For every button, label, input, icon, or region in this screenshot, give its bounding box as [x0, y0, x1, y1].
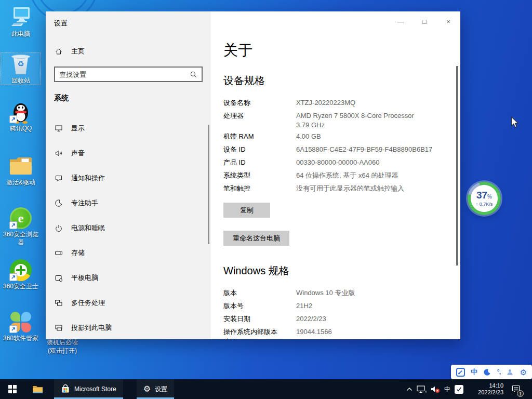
spec-row: 版本号 21H2 [223, 299, 355, 312]
shortcut-arrow-icon [9, 325, 17, 333]
sidebar-item-projecting[interactable]: 投影到此电脑 [46, 316, 211, 339]
recycle-bin-icon: ♻ [9, 53, 33, 76]
ime-logo-icon[interactable] [456, 368, 465, 377]
start-button[interactable] [0, 379, 25, 399]
project-screens-icon [55, 324, 63, 332]
360-safeguard-icon [9, 259, 33, 282]
upload-arrow-icon: ↑ [476, 202, 478, 207]
desktop-icon-360-software-manager[interactable]: 360软件管家 [1, 311, 41, 342]
settings-gear-icon: ⚙ [143, 385, 151, 393]
spec-row: 设备名称 XTZJ-20220223MQ [223, 96, 432, 109]
speaker-icon [55, 149, 63, 157]
close-button[interactable]: × [436, 11, 460, 31]
network-ethernet-icon[interactable] [417, 385, 427, 393]
sidebar-item-label: 存储 [71, 248, 85, 258]
search-icon[interactable] [190, 71, 197, 78]
clipped-spec-row: 体验 [223, 337, 237, 339]
ime-language-indicator[interactable]: 中 [444, 385, 450, 394]
comment-icon [55, 174, 63, 182]
desktop-icon-label: 回收站 [11, 77, 30, 85]
network-speed-ball[interactable]: 37% ↑ 0.7K/s [468, 182, 501, 215]
sidebar-item-label: 投影到此电脑 [71, 323, 112, 332]
rename-pc-button[interactable]: 重命名这台电脑 [223, 231, 289, 246]
desktop-icon-qq[interactable]: 腾讯QQ [1, 101, 41, 132]
sidebar-item-notifications[interactable]: 通知和操作 [46, 167, 211, 190]
shortcut-arrow-icon [9, 221, 17, 229]
taskbar-button-label: Microsoft Store [74, 385, 116, 393]
qq-icon [9, 101, 33, 124]
search-box[interactable] [54, 66, 203, 82]
ime-user-icon[interactable] [506, 368, 514, 376]
sidebar-scrollbar[interactable] [208, 125, 209, 244]
spec-row: 系统类型 64 位操作系统, 基于 x64 的处理器 [223, 169, 432, 182]
spec-row: 操作系统内部版本 19044.1566 [223, 325, 355, 338]
spec-row: 笔和触控 没有可用于此显示器的笔或触控输入 [223, 182, 432, 195]
desktop-icon-label: 360软件管家 [3, 335, 38, 342]
ime-mode-chinese[interactable]: 中 [471, 367, 477, 377]
this-pc-icon [9, 6, 33, 29]
ime-settings-gear-icon[interactable]: ⚙ [520, 368, 527, 376]
clock-time: 14:10 [469, 382, 503, 389]
sidebar-item-multitasking[interactable]: 多任务处理 [46, 291, 211, 314]
spec-row: 版本 Windows 10 专业版 [223, 286, 355, 299]
desktop-icon-label: 激活&驱动 [6, 179, 35, 187]
sidebar-item-display[interactable]: 显示 [46, 117, 211, 140]
taskbar-button-label: 设置 [155, 385, 167, 394]
mouse-cursor [511, 116, 519, 128]
home-icon [55, 47, 63, 56]
sidebar-item-label: 电源和睡眠 [71, 223, 105, 233]
taskbar-button-microsoft-store[interactable]: Microsoft Store [54, 379, 123, 399]
desktop-icon-360-safeguard[interactable]: 360安全卫士 [1, 259, 41, 290]
sidebar-section-title: 系统 [54, 94, 69, 103]
multitask-icon [55, 299, 63, 307]
percent-sign: % [487, 194, 492, 200]
360-tray-icon[interactable] [455, 385, 463, 394]
settings-sidebar: 设置 主页 系统 显示 [46, 11, 211, 339]
ime-punctuation-icon[interactable]: °, [497, 368, 500, 376]
ime-fullwidth-moon-icon[interactable] [483, 368, 491, 376]
page-title: 关于 [223, 41, 252, 60]
copy-button[interactable]: 复制 [223, 203, 270, 218]
search-input[interactable] [55, 71, 190, 78]
drive-icon [55, 249, 63, 257]
desktop-icon-this-pc[interactable]: 此电脑 [1, 6, 41, 38]
system-tray: 中 14:10 2022/2/23 1 [406, 379, 532, 399]
360-browser-icon: e [9, 207, 33, 230]
sidebar-home-label: 主页 [71, 47, 85, 56]
folder-icon [32, 385, 43, 394]
sidebar-item-label: 声音 [71, 149, 85, 158]
tablet-icon [55, 274, 63, 282]
taskbar-clock[interactable]: 14:10 2022/2/23 [469, 382, 503, 396]
ime-toolbar: 中 °, ⚙ [451, 365, 532, 379]
desktop-icon-label: 360安全浏览器 [1, 231, 41, 246]
desktop-icon-recycle-bin[interactable]: ♻ 回收站 [1, 53, 41, 85]
action-center-button[interactable]: 1 [509, 379, 524, 399]
desktop-icon-360-browser[interactable]: e 360安全浏览器 [1, 207, 41, 246]
minimize-button[interactable]: — [389, 11, 413, 31]
display-icon [55, 124, 63, 132]
sidebar-item-label: 显示 [71, 124, 85, 133]
sidebar-item-power-sleep[interactable]: 电源和睡眠 [46, 217, 211, 240]
maximize-button[interactable]: □ [413, 11, 436, 31]
file-explorer-button[interactable] [25, 379, 50, 399]
spec-row: 设备 ID 6A15880F-C4E2-47F9-BF59-F4B8890B6B… [223, 143, 432, 156]
volume-muted-icon[interactable] [431, 385, 440, 393]
desktop-icon-readme-label[interactable]: 装机后必读(双击打开) [44, 338, 81, 355]
desktop-icon-activation-driver[interactable]: 激活&驱动 [1, 155, 41, 187]
sidebar-item-tablet[interactable]: 平板电脑 [46, 267, 211, 289]
sidebar-item-home[interactable]: 主页 [55, 44, 85, 59]
memory-percent: 37 [476, 190, 487, 201]
sidebar-item-sound[interactable]: 声音 [46, 142, 211, 165]
shortcut-arrow-icon [9, 115, 17, 123]
sidebar-item-label: 平板电脑 [71, 273, 98, 283]
sidebar-item-storage[interactable]: 存储 [46, 242, 211, 264]
taskbar-button-settings[interactable]: ⚙ 设置 [137, 379, 174, 399]
device-spec-rows: 设备名称 XTZJ-20220223MQ 处理器 AMD Ryzen 7 580… [223, 96, 432, 195]
desktop-icon-label: 360安全卫士 [3, 283, 38, 290]
show-hidden-icons-chevron[interactable] [406, 387, 413, 391]
sidebar-item-focus-assist[interactable]: 专注助手 [46, 192, 211, 215]
windows-logo-icon [8, 385, 17, 394]
moon-icon [55, 199, 63, 207]
content-scrollbar[interactable] [456, 66, 458, 265]
sidebar-item-label: 多任务处理 [71, 298, 105, 308]
